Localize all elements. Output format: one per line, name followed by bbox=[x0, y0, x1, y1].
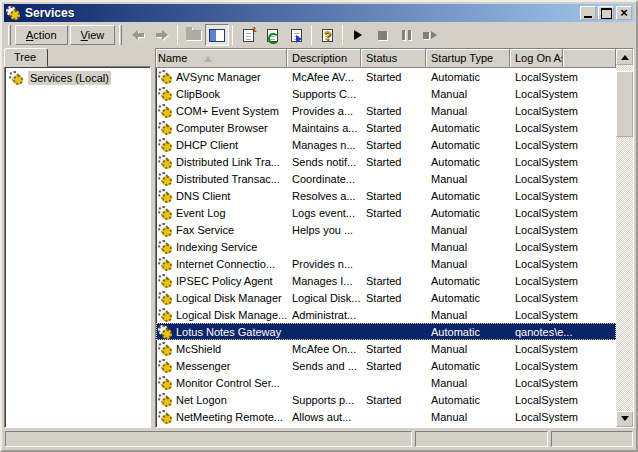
table-row[interactable]: Indexing ServiceManualLocalSystem bbox=[156, 238, 616, 255]
cell-text: Logical Disk... bbox=[292, 292, 360, 304]
column-header-description[interactable]: Description bbox=[287, 49, 361, 68]
cell-text: Manual bbox=[431, 88, 467, 100]
cell-log_on_as: LocalSystem bbox=[510, 153, 616, 170]
cell-log_on_as: LocalSystem bbox=[510, 255, 616, 272]
table-row[interactable]: Logical Disk Manage...Administrat...Manu… bbox=[156, 306, 616, 323]
service-gears-icon bbox=[158, 189, 173, 203]
toolbar-separator bbox=[232, 25, 233, 45]
cell-text: Started bbox=[366, 360, 401, 372]
table-row[interactable]: Event LogLogs event...StartedAutomaticLo… bbox=[156, 204, 616, 221]
table-row[interactable]: Computer BrowserMaintains a...StartedAut… bbox=[156, 119, 616, 136]
vertical-scrollbar[interactable] bbox=[616, 49, 633, 427]
table-row[interactable]: Logical Disk ManagerLogical Disk...Start… bbox=[156, 289, 616, 306]
cell-text: Supports p... bbox=[292, 394, 354, 406]
show-hide-tree-button[interactable] bbox=[205, 24, 229, 46]
table-row[interactable]: IPSEC Policy AgentManages I...StartedAut… bbox=[156, 272, 616, 289]
pause-service-button bbox=[394, 24, 418, 46]
cell-text: LocalSystem bbox=[515, 139, 578, 151]
cell-log_on_as: LocalSystem bbox=[510, 289, 616, 306]
cell-text: Resolves a... bbox=[292, 190, 356, 202]
cell-name: IPSEC Policy Agent bbox=[156, 272, 287, 289]
refresh-button[interactable] bbox=[260, 24, 284, 46]
start-service-button[interactable] bbox=[346, 24, 370, 46]
cell-description: Manages I... bbox=[287, 272, 361, 289]
column-header-name[interactable]: Name bbox=[156, 49, 287, 68]
scroll-track[interactable] bbox=[616, 137, 633, 411]
cell-log_on_as: LocalSystem bbox=[510, 357, 616, 374]
table-row[interactable]: AVSync ManagerMcAfee AV...StartedAutomat… bbox=[156, 68, 616, 85]
cell-startup_type: Automatic bbox=[426, 136, 510, 153]
up-level-icon bbox=[186, 30, 201, 40]
table-row[interactable]: COM+ Event SystemProvides a...StartedMan… bbox=[156, 102, 616, 119]
cell-text: Monitor Control Ser... bbox=[176, 377, 280, 389]
main-area: Tree Services (Local) NameDescriptionSta… bbox=[4, 48, 634, 428]
list-main: NameDescriptionStatusStartup TypeLog On … bbox=[156, 49, 616, 427]
cell-description: McAfee AV... bbox=[287, 68, 361, 85]
cell-name: Internet Connectio... bbox=[156, 255, 287, 272]
table-row[interactable]: Distributed Transac...Coordinate...Manua… bbox=[156, 170, 616, 187]
cell-log_on_as: LocalSystem bbox=[510, 136, 616, 153]
cell-log_on_as: LocalSystem bbox=[510, 102, 616, 119]
table-row[interactable]: McShieldMcAfee On...StartedManualLocalSy… bbox=[156, 340, 616, 357]
cell-startup_type: Manual bbox=[426, 374, 510, 391]
table-row[interactable]: Distributed Link Tra...Sends notif...Sta… bbox=[156, 153, 616, 170]
cell-text: DHCP Client bbox=[176, 139, 238, 151]
cell-text: DNS Client bbox=[176, 190, 230, 202]
cell-text: Started bbox=[366, 394, 401, 406]
cell-status: Started bbox=[361, 357, 426, 374]
cell-text: Administrat... bbox=[292, 309, 356, 321]
menu-view[interactable]: View bbox=[70, 25, 116, 45]
cell-text: Started bbox=[366, 343, 401, 355]
help-button[interactable] bbox=[315, 24, 339, 46]
table-row[interactable]: Lotus Notes GatewayAutomaticqanotes\e... bbox=[156, 323, 616, 340]
service-gears-icon bbox=[158, 342, 173, 356]
cell-text: Indexing Service bbox=[176, 241, 257, 253]
scroll-thumb[interactable] bbox=[616, 71, 633, 137]
table-row[interactable]: DNS ClientResolves a...StartedAutomaticL… bbox=[156, 187, 616, 204]
service-gears-icon bbox=[158, 240, 173, 254]
table-row[interactable]: DHCP ClientManages n...StartedAutomaticL… bbox=[156, 136, 616, 153]
cell-status: Started bbox=[361, 68, 426, 85]
cell-log_on_as: LocalSystem bbox=[510, 204, 616, 221]
table-row[interactable]: MessengerSends and ...StartedAutomaticLo… bbox=[156, 357, 616, 374]
cell-log_on_as: LocalSystem bbox=[510, 85, 616, 102]
column-header-startup-type[interactable]: Startup Type bbox=[426, 49, 510, 68]
minimize-button[interactable] bbox=[580, 6, 596, 20]
cell-description: Sends notif... bbox=[287, 153, 361, 170]
scroll-up-button[interactable] bbox=[616, 49, 633, 65]
cell-text: LocalSystem bbox=[515, 411, 578, 423]
cell-status bbox=[361, 255, 426, 272]
column-header-status[interactable]: Status bbox=[361, 49, 426, 68]
export-list-button[interactable] bbox=[284, 24, 308, 46]
column-header-log-on-as[interactable]: Log On As bbox=[510, 49, 563, 68]
table-row[interactable]: NetMeeting Remote...Allows aut...ManualL… bbox=[156, 408, 616, 425]
table-row[interactable]: ClipBookSupports C...ManualLocalSystem bbox=[156, 85, 616, 102]
tree-item-services-local[interactable]: Services (Local) bbox=[7, 70, 148, 86]
table-row[interactable]: Fax ServiceHelps you ...ManualLocalSyste… bbox=[156, 221, 616, 238]
cell-text: Started bbox=[366, 105, 401, 117]
cell-status: Started bbox=[361, 153, 426, 170]
cell-text: Automatic bbox=[431, 326, 480, 338]
cell-status: Started bbox=[361, 391, 426, 408]
close-button[interactable] bbox=[616, 6, 632, 20]
cell-text: Manual bbox=[431, 411, 467, 423]
service-gears-icon bbox=[158, 325, 173, 339]
cell-text: LocalSystem bbox=[515, 173, 578, 185]
scroll-down-button[interactable] bbox=[616, 411, 633, 427]
cell-text: Automatic bbox=[431, 394, 480, 406]
cell-text: Automatic bbox=[431, 190, 480, 202]
table-row[interactable]: Net LogonSupports p...StartedAutomaticLo… bbox=[156, 391, 616, 408]
cell-startup_type: Manual bbox=[426, 306, 510, 323]
cell-text: Automatic bbox=[431, 139, 480, 151]
table-row[interactable]: Internet Connectio...Provides n...Manual… bbox=[156, 255, 616, 272]
menu-action[interactable]: Action bbox=[15, 25, 68, 45]
cell-text: Manages I... bbox=[292, 275, 353, 287]
tab-tree[interactable]: Tree bbox=[4, 48, 48, 67]
table-row[interactable]: Monitor Control Ser...ManualLocalSystem bbox=[156, 374, 616, 391]
toolbar-grip[interactable] bbox=[8, 25, 11, 45]
cell-name: NetMeeting Remote... bbox=[156, 408, 287, 425]
cell-description bbox=[287, 323, 361, 340]
properties-button[interactable] bbox=[236, 24, 260, 46]
maximize-button[interactable] bbox=[598, 6, 614, 20]
toolbar-grip[interactable] bbox=[119, 25, 122, 45]
